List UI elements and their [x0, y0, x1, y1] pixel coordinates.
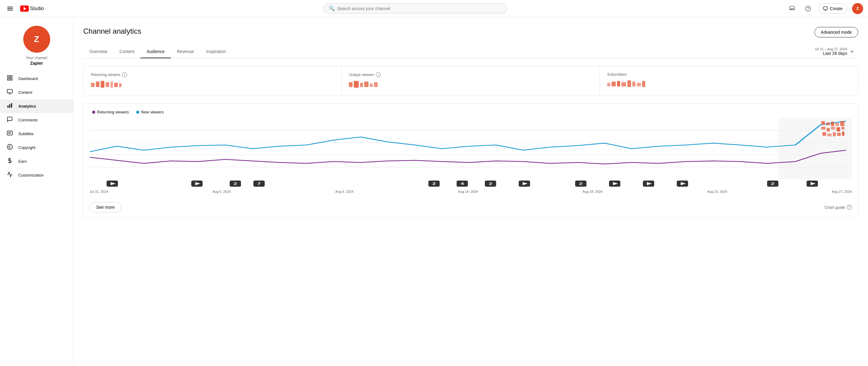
svg-rect-31: [607, 83, 610, 86]
svg-rect-21: [105, 82, 109, 87]
returning-dot: [92, 111, 95, 114]
feedback-button[interactable]: [786, 3, 798, 14]
svg-rect-27: [360, 83, 363, 87]
sidebar-comments-label: Comments: [18, 118, 38, 122]
chart-wrapper: 0: [90, 118, 852, 197]
chart-guide[interactable]: Chart guide ?: [825, 205, 852, 210]
svg-rect-11: [9, 104, 10, 108]
date-range-selector[interactable]: Jul 31 – Aug 27, 2024 Last 28 days: [811, 45, 858, 58]
legend-new: New viewers: [136, 110, 164, 114]
sidebar-item-copyright[interactable]: Copyright: [0, 141, 73, 154]
hamburger-menu[interactable]: [5, 3, 15, 14]
sidebar-content-label: Content: [18, 90, 32, 95]
svg-rect-22: [111, 82, 113, 88]
date-label-5: Aug 18, 2024: [583, 190, 602, 193]
svg-rect-20: [101, 81, 104, 88]
marker-3: 2: [229, 180, 241, 187]
youtube-studio-logo[interactable]: Studio: [20, 5, 44, 12]
help-button[interactable]: [803, 3, 813, 14]
returning-viewers-blurred-value: [91, 80, 128, 89]
svg-rect-7: [8, 79, 9, 80]
tabs-row: Overview Content Audience Revenue Inspir…: [83, 45, 858, 59]
tab-overview[interactable]: Overview: [83, 45, 113, 58]
returning-viewers-value: [91, 80, 334, 89]
chart-guide-label: Chart guide: [825, 205, 845, 210]
marker-7: 2: [485, 180, 496, 187]
see-more-button[interactable]: See more: [90, 202, 121, 213]
page-header: Channel analytics Advanced mode: [83, 27, 858, 37]
sidebar-item-comments[interactable]: Comments: [0, 113, 73, 127]
svg-rect-33: [617, 81, 620, 86]
tab-inspiration[interactable]: Inspiration: [200, 45, 232, 58]
sidebar-dashboard-label: Dashboard: [18, 76, 38, 81]
sidebar-item-content[interactable]: Content: [0, 86, 73, 99]
marker-5: 2: [429, 180, 440, 187]
svg-rect-48: [840, 121, 844, 126]
chart-blurred-overlay: [821, 121, 846, 146]
channel-name: Zapier: [30, 61, 43, 65]
returning-viewers-info-icon[interactable]: i: [122, 72, 127, 77]
create-label: Create: [830, 6, 843, 11]
svg-text:2: 2: [234, 182, 237, 186]
subscribers-blurred-value: [607, 80, 650, 88]
sidebar-item-subtitles[interactable]: Subtitles: [0, 127, 73, 141]
svg-text:4: 4: [461, 182, 464, 186]
advanced-mode-button[interactable]: Advanced mode: [814, 27, 858, 37]
svg-rect-29: [370, 83, 373, 87]
search-icon: 🔍: [329, 5, 335, 11]
tab-content[interactable]: Content: [113, 45, 141, 58]
tab-revenue[interactable]: Revenue: [171, 45, 200, 58]
search-input[interactable]: [337, 6, 502, 11]
metric-subscribers: Subscribers: [600, 66, 858, 96]
svg-rect-13: [7, 131, 12, 135]
svg-rect-28: [364, 82, 369, 87]
sidebar-copyright-label: Copyright: [18, 145, 35, 150]
sidebar-item-earn[interactable]: Earn: [0, 154, 73, 168]
svg-rect-45: [826, 122, 830, 125]
copyright-icon: [6, 144, 13, 151]
date-labels: Jul 31, 2024 Aug 5, 2024 Aug 9, 2024 Aug…: [90, 188, 852, 197]
tab-audience[interactable]: Audience: [141, 45, 170, 58]
svg-rect-30: [374, 82, 378, 87]
chart-footer: See more Chart guide ?: [90, 197, 852, 217]
unique-viewers-blurred-value: [349, 80, 382, 89]
svg-rect-37: [637, 83, 641, 86]
svg-rect-50: [827, 128, 830, 132]
search-bar[interactable]: 🔍: [323, 3, 507, 13]
sidebar-item-analytics[interactable]: Analytics: [0, 99, 73, 113]
svg-text:2: 2: [489, 182, 492, 186]
marker-10: [609, 180, 620, 187]
metrics-row: Returning viewers i Unique viewers: [83, 66, 858, 96]
avatar[interactable]: Z: [852, 3, 863, 14]
channel-avatar[interactable]: Z: [23, 26, 50, 53]
sidebar-item-customization[interactable]: Customization: [0, 168, 73, 182]
new-dot: [136, 111, 139, 114]
date-label-7: Aug 27, 2024: [832, 190, 852, 193]
sidebar-item-dashboard[interactable]: Dashboard: [0, 72, 73, 86]
svg-rect-6: [10, 76, 12, 78]
subtitles-icon: [6, 130, 13, 138]
video-markers-svg: 2 7 2 4 2: [90, 179, 852, 188]
svg-rect-18: [91, 83, 95, 87]
svg-text:2: 2: [579, 182, 583, 186]
svg-rect-44: [821, 121, 825, 125]
svg-rect-12: [11, 103, 12, 108]
subscribers-value: [607, 79, 850, 89]
svg-rect-47: [835, 123, 839, 126]
audience-chart: 0: [90, 118, 852, 179]
chart-section: Returning viewers New viewers: [83, 103, 858, 218]
create-button[interactable]: Create: [818, 3, 847, 14]
sidebar-earn-label: Earn: [18, 159, 27, 164]
unique-viewers-info-icon[interactable]: i: [376, 72, 381, 77]
svg-rect-23: [114, 83, 118, 87]
marker-4: 7: [253, 180, 265, 187]
page-title: Channel analytics: [83, 27, 141, 35]
chart-guide-info-icon: ?: [847, 205, 852, 210]
marker-12: [677, 180, 688, 187]
date-label-4: Aug 14, 2024: [458, 190, 478, 193]
svg-rect-3: [823, 7, 827, 9]
metric-unique-viewers: Unique viewers i: [342, 66, 599, 96]
unique-viewers-value: [349, 80, 592, 89]
svg-rect-35: [627, 80, 631, 87]
svg-rect-24: [119, 83, 122, 87]
